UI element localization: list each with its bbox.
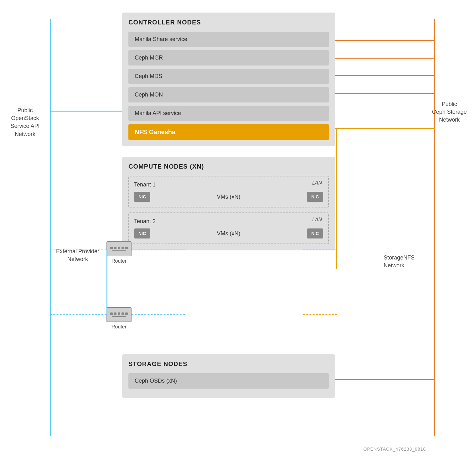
cyan-dashed-to-router1: [50, 249, 106, 249]
tenant-1-box: Tenant 1 LAN NIC VMs (xN) NIC: [128, 176, 329, 207]
tenant-1-nic-left: NIC: [134, 192, 150, 202]
tenant-2-box: Tenant 2 LAN NIC VMs (xN) NIC: [128, 212, 329, 244]
manila-share-service-box: Manila Share service: [128, 32, 329, 47]
controller-nodes-section: CONTROLLER NODES Manila Share service Ce…: [122, 13, 335, 146]
orange-vertical-nfs: [336, 128, 337, 269]
nfs-ganesha-box: NFS Ganesha: [128, 124, 329, 140]
yellow-dashed-nic2-right: [303, 314, 337, 315]
orange-line-nfs: [335, 128, 435, 129]
right-network-label: Public Ceph Storage Network: [429, 100, 470, 124]
yellow-dashed-nic1-right: [303, 249, 337, 249]
orange-line-ceph-mds: [335, 75, 435, 76]
ceph-mds-box: Ceph MDS: [128, 69, 329, 84]
external-provider-label: External Provider Network: [53, 248, 103, 263]
compute-nodes-title: COMPUTE NODES (xN): [128, 163, 329, 170]
orange-line-ceph-mgr: [335, 58, 435, 59]
tenant-2-lan-label: LAN: [312, 217, 322, 223]
cyan-vertical-left: [50, 111, 51, 317]
cyan-dashed-router1-to-nic1: [132, 249, 185, 249]
ceph-mgr-box: Ceph MGR: [128, 50, 329, 65]
tenant-1-vms: VMs (xN): [153, 194, 304, 200]
tenant-1-nic-right: NIC: [307, 192, 323, 202]
tenant-2-vms: VMs (xN): [153, 230, 304, 237]
storage-nodes-title: STORAGE NODES: [128, 360, 329, 368]
tenant-2-nic-right: NIC: [307, 228, 323, 238]
compute-nodes-section: COMPUTE NODES (xN) Tenant 1 LAN NIC VMs …: [122, 157, 335, 250]
left-network-label: Public OpenStack Service API Network: [6, 107, 44, 138]
ceph-osds-box: Ceph OSDs (xN): [128, 373, 329, 389]
router-1-label: Router: [106, 258, 132, 264]
storagenfs-label: StorageNFS Network: [384, 254, 427, 270]
storage-nodes-section: STORAGE NODES Ceph OSDs (xN): [122, 354, 335, 398]
diagram-container: Public OpenStack Service API Network Pub…: [0, 0, 476, 461]
controller-nodes-title: CONTROLLER NODES: [128, 19, 329, 26]
cyan-dashed-router2-to-nic2: [132, 314, 185, 315]
tenant-2-nic-row: NIC VMs (xN) NIC: [134, 228, 323, 238]
right-vertical-line: [434, 19, 435, 436]
router-2-label: Router: [106, 324, 132, 330]
cyan-vertical-routers: [106, 249, 107, 315]
tenant-1-lan-label: LAN: [312, 180, 322, 186]
orange-line-ceph-osds: [335, 379, 435, 380]
router-2-dots: [110, 312, 128, 315]
orange-line-ceph-mon: [335, 93, 435, 94]
cyan-line-manila-api: [50, 111, 122, 112]
router-1-dots: [110, 247, 128, 249]
watermark: OPENSTACK_476233_0818: [363, 447, 426, 452]
router-2-icon: [106, 307, 132, 322]
orange-line-manila-share: [335, 40, 435, 41]
manila-api-service-box: Manila API service: [128, 106, 329, 121]
tenant-1-label: Tenant 1: [134, 181, 323, 188]
router-1-icon: [106, 241, 132, 256]
router-2-box: Router: [106, 307, 132, 330]
ceph-mon-box: Ceph MON: [128, 87, 329, 102]
router-1-box: Router: [106, 241, 132, 264]
tenant-2-nic-left: NIC: [134, 228, 150, 238]
tenant-1-nic-row: NIC VMs (xN) NIC: [134, 192, 323, 202]
tenant-2-label: Tenant 2: [134, 218, 323, 225]
cyan-dashed-to-router2: [50, 314, 106, 315]
